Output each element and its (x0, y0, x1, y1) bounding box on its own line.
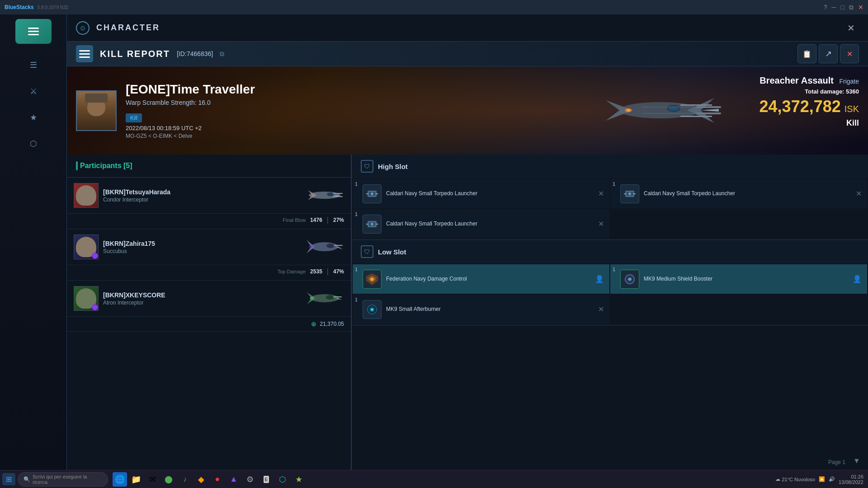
participant-ship-1: Condor Interceptor (103, 197, 301, 203)
menu-button[interactable] (15, 19, 52, 44)
kill-report-close-button[interactable]: ✕ (840, 44, 859, 63)
sidebar-item-hex[interactable]: ⬡ (21, 133, 46, 154)
share-button[interactable]: ↗ (819, 44, 838, 63)
high-slot-item-3[interactable]: 1 Caldari Navy Small Torped (353, 209, 609, 239)
kr-menu-button[interactable] (76, 45, 93, 62)
taskbar-app-steam[interactable]: ⚙ (243, 472, 257, 487)
eq-qty-h1: 1 (355, 181, 358, 187)
svg-point-40 (371, 192, 373, 195)
eq-remove-l3[interactable]: ✕ (598, 305, 604, 314)
low-slot-item-1[interactable]: 1 Federation Navy Damage Co (353, 264, 609, 294)
sidebar-item-menu[interactable]: ☰ (21, 55, 46, 75)
svg-point-64 (371, 309, 373, 310)
taskbar-app-misc1[interactable]: ◆ (194, 472, 208, 487)
kill-final-type: Kill (760, 118, 859, 128)
kill-body: Participants [5] [BKRN]TetsuyaHarada Con… (67, 155, 868, 470)
steam-icon: ⚙ (246, 474, 254, 484)
damage-val-2: 2535 (310, 268, 322, 275)
svg-point-50 (371, 223, 373, 225)
search-placeholder: Scrivi qui per eseguire la ricerca (33, 474, 102, 485)
eq-name-h2: Caldari Navy Small Torpedo Launcher (644, 190, 851, 197)
bs-restore-icon[interactable]: □ (841, 4, 844, 11)
high-slot-header: 🛡 High Slot (352, 155, 868, 178)
taskbar-start-button[interactable]: ⊞ (2, 473, 15, 485)
credit-icon: ⊕ (311, 320, 316, 328)
bs-maximize-icon[interactable]: ⧉ (849, 4, 854, 11)
taskbar-app-misc3[interactable]: ▲ (226, 472, 241, 487)
chrome-icon: ⬤ (165, 475, 173, 483)
kill-player-name: [EONE]Time Traveller (126, 82, 868, 97)
kill-ship-class: Frigate (839, 78, 859, 85)
svg-rect-51 (366, 224, 368, 225)
bs-help-icon[interactable]: ? (824, 4, 827, 11)
high-slot-title: High Slot (378, 163, 408, 170)
sidebar-item-combat[interactable]: ⚔ (21, 81, 46, 101)
bs-minimize-icon[interactable]: ─ (832, 4, 836, 11)
app-icon-1: ◆ (198, 474, 204, 484)
high-slot-item-1[interactable]: 1 Caldari Navy Small Torped (353, 179, 609, 208)
taskbar-app-game1[interactable]: ⬡ (275, 472, 290, 487)
search-icon: 🔍 (24, 476, 30, 483)
eq-icon-l2 (620, 270, 639, 289)
low-slot-header: 🛡 Low Slot (352, 240, 868, 263)
shield-icon: 🛡 (364, 163, 370, 170)
kill-isk-value: 24,372,782 (760, 97, 841, 116)
participant-avatar-2 (74, 235, 99, 259)
participants-panel: Participants [5] [BKRN]TetsuyaHarada Con… (67, 155, 352, 470)
sidebar-sword-icon: ⚔ (30, 86, 37, 96)
taskbar: ⊞ 🔍 Scrivi qui per eseguire la ricerca 🌐… (0, 470, 868, 488)
svg-rect-46 (624, 193, 626, 194)
participants-title: Participants [5] (80, 162, 132, 170)
sidebar-star-icon: ★ (30, 113, 37, 122)
taskbar-app-misc2[interactable]: ● (210, 472, 225, 487)
top-damage-label: Top Damage (278, 269, 306, 274)
taskbar-right: ☁ 21°C Nuvoloso 🔼 🔊 01:26 13/08/2022 (775, 474, 866, 485)
damage-val-1: 1476 (310, 217, 322, 223)
low-slot-item-2[interactable]: 1 MK9 Medium Shield Booster 👤 (610, 264, 867, 294)
header-close-button[interactable]: ✕ (843, 20, 859, 36)
taskbar-app-browser[interactable]: 🌐 (113, 472, 127, 487)
participants-header: Participants [5] (67, 155, 351, 178)
high-slot-item-2[interactable]: 1 Caldari Navy Small Torped (610, 179, 867, 208)
sidebar-item-star[interactable]: ★ (21, 107, 46, 127)
eq-remove-h2[interactable]: ✕ (856, 189, 862, 198)
page-indicator: Page 1 (828, 459, 845, 465)
taskbar-app-game2[interactable]: ★ (292, 472, 306, 487)
taskbar-apps: 🌐 📁 ✉ ⬤ ♪ ◆ ● ▲ ⚙ E ⬡ (113, 472, 306, 487)
eq-name-h3: Caldari Navy Small Torpedo Launcher (386, 220, 594, 228)
low-slot-section: 🛡 Low Slot 1 (352, 240, 868, 325)
kill-report-id-copy-icon[interactable]: ⧉ (220, 50, 224, 58)
kill-damage: Total damage: 5360 (760, 88, 859, 95)
app-icon-3: ▲ (230, 474, 238, 484)
bs-close-icon[interactable]: ✕ (858, 4, 863, 11)
participant-item-1[interactable]: [BKRN]TetsuyaHarada Condor Interceptor (67, 178, 351, 214)
low-slot-grid: 1 Federation Navy Damage Co (352, 263, 868, 325)
windows-icon: ⊞ (6, 475, 12, 483)
hamburger-icon (28, 28, 39, 35)
weather-icon: ☁ (775, 476, 780, 482)
low-slot-icon: 🛡 (361, 245, 373, 258)
eq-remove-h1[interactable]: ✕ (598, 189, 604, 198)
eq-qty-l3: 1 (355, 297, 358, 302)
avatar-face (77, 91, 116, 130)
participant-info-2: [BKRN]Zahira175 Succubus (103, 240, 301, 254)
spotify-icon: ♪ (183, 475, 187, 483)
eq-person-l1: 👤 (595, 275, 604, 283)
taskbar-app-chrome[interactable]: ⬤ (161, 472, 176, 487)
taskbar-app-mail[interactable]: ✉ (145, 472, 160, 487)
epic-icon: E (264, 476, 269, 483)
low-slot-item-3[interactable]: 1 MK9 Small Afterburner ✕ (353, 295, 609, 324)
eq-remove-h3[interactable]: ✕ (598, 220, 604, 228)
taskbar-app-spotify[interactable]: ♪ (178, 472, 192, 487)
participant-item-2[interactable]: [BKRN]Zahira175 Succubus (67, 229, 351, 265)
taskbar-app-epic[interactable]: E (259, 472, 274, 487)
participant-item-3[interactable]: [BKRN]XKEYSCORE Atron Interceptor (67, 281, 351, 317)
bluestacks-logo: BlueStacks (5, 4, 34, 10)
taskbar-search[interactable]: 🔍 Scrivi qui per eseguire la ricerca (18, 472, 108, 487)
svg-point-45 (628, 192, 631, 195)
taskbar-app-folder[interactable]: 📁 (129, 472, 143, 487)
rank-badge-2 (92, 253, 98, 259)
eq-icon-h1 (363, 184, 382, 203)
filter-button[interactable]: ▼ (850, 454, 863, 468)
clipboard-button[interactable]: 📋 (797, 44, 816, 63)
